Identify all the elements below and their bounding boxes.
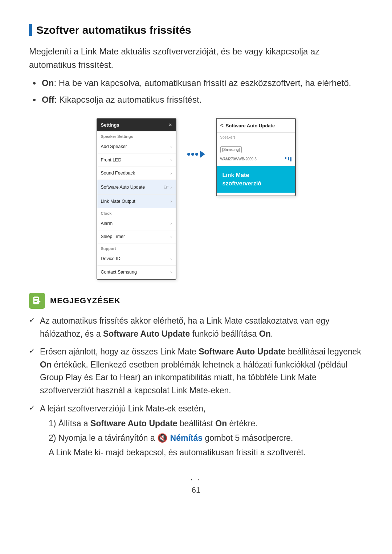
note1-bold1: Software Auto Update xyxy=(103,329,190,338)
menu-item-software-auto-update[interactable]: Software Auto Update ☞ › xyxy=(97,180,176,195)
keyword-on: On xyxy=(42,78,54,88)
footer-dots: • • xyxy=(29,477,363,483)
menu-item-sleep-timer[interactable]: Sleep Timer› xyxy=(97,230,176,244)
note2-text-before: Erősen ajánlott, hogy az összes Link Mat… xyxy=(40,347,199,356)
right-phone-screen: < Software Auto Update Speakers [Samsung… xyxy=(216,118,296,196)
page-footer: • • 61 xyxy=(29,477,363,496)
note2-text-after: értékűek. Ellenkező esetben problémák le… xyxy=(40,360,348,395)
notes-header: MEGJEGYZÉSEK xyxy=(29,293,363,309)
right-screen-title: Software Auto Update xyxy=(226,122,275,130)
menu-item-sound-feedback[interactable]: Sound Feedback› xyxy=(97,167,176,180)
chevron-icon: › xyxy=(170,156,172,164)
note2-text-mid: beállításai legyenek xyxy=(286,347,361,356)
keyword-off: Off xyxy=(42,95,54,104)
menu-item-alarm[interactable]: Alarm› xyxy=(97,217,176,230)
nemitas-link: Némítás xyxy=(170,433,203,443)
note-item-3: A lejárt szoftververziójú Link Mate-ek e… xyxy=(29,402,363,459)
sub-item-3: A Link Mate ki- majd bekapcsol, és autom… xyxy=(49,446,363,459)
bullet-list: On: Ha be van kapcsolva, automatikusan f… xyxy=(29,77,363,107)
link-mate-callout: Link Mate szoftververzió xyxy=(217,166,295,193)
bullet-on-text: : Ha be van kapcsolva, automatikusan fri… xyxy=(54,78,351,88)
clock-section-label: Clock xyxy=(97,208,176,217)
section-description: Megjeleníti a Link Mate aktuális szoftve… xyxy=(29,45,363,71)
menu-item-device-id[interactable]: Device ID› xyxy=(97,253,176,266)
chevron-icon: › xyxy=(170,268,172,276)
samsung-badge-row: [Samsung] xyxy=(217,141,295,155)
signal-bar-3 xyxy=(290,157,291,161)
chevron-icon: › xyxy=(170,255,172,263)
dot2 xyxy=(191,153,194,156)
note2-bold2: On xyxy=(40,360,52,369)
chevron-icon: › xyxy=(170,184,172,191)
transition-arrow-area xyxy=(187,118,205,158)
menu-item-contact-samsung[interactable]: Contact Samsung› xyxy=(97,266,176,279)
section-heading: Szoftver automatikus frissítés xyxy=(36,22,191,38)
chevron-icon: › xyxy=(170,170,172,177)
title-bar-decoration xyxy=(29,24,32,36)
section-title: Szoftver automatikus frissítés xyxy=(29,22,363,38)
left-screen-header: Settings × xyxy=(97,119,176,131)
hand-pointer-icon: ☞ xyxy=(164,183,169,192)
menu-item-link-mate-output[interactable]: Link Mate Output› xyxy=(97,195,176,208)
note1-bold2: On xyxy=(259,329,271,338)
close-icon[interactable]: × xyxy=(169,121,172,129)
speakers-label: Speakers xyxy=(217,133,295,141)
sub1-bold2: On xyxy=(215,419,227,428)
note-item-2: Erősen ajánlott, hogy az összes Link Mat… xyxy=(29,345,363,397)
note1-text-after: . xyxy=(271,329,273,338)
device-signal-icons xyxy=(285,157,291,161)
chevron-icon: › xyxy=(170,233,172,241)
page-number: 61 xyxy=(192,485,200,495)
back-icon[interactable]: < xyxy=(220,121,224,130)
notes-box: MEGJEGYZÉSEK Az automatikus frissítés ak… xyxy=(29,293,363,459)
dot3 xyxy=(195,153,198,156)
sub-item-1: 1) Állítsa a Software Auto Update beállí… xyxy=(49,417,363,430)
signal-bar-1 xyxy=(285,157,286,159)
left-screen-title: Settings xyxy=(101,122,119,129)
sub1-bold: Software Auto Update xyxy=(90,419,177,428)
note3-text: A lejárt szoftververziójú Link Mate-ek e… xyxy=(40,404,205,413)
device-name: WAM270WWB-2009 3 xyxy=(220,156,257,162)
note-item-1: Az automatikus frissítés akkor elérhető,… xyxy=(29,315,363,340)
notes-list: Az automatikus frissítés akkor elérhető,… xyxy=(29,315,363,459)
right-screen-header: < Software Auto Update xyxy=(217,119,295,133)
note3-sub-list: 1) Állítsa a Software Auto Update beállí… xyxy=(40,417,363,459)
notes-icon xyxy=(29,293,45,309)
screenshots-row: Settings × Speaker Settings Add Speaker›… xyxy=(29,118,363,280)
left-phone-screen: Settings × Speaker Settings Add Speaker›… xyxy=(97,118,176,280)
chevron-icon: › xyxy=(170,198,172,205)
device-row: WAM270WWB-2009 3 xyxy=(217,155,295,163)
speaker-settings-label: Speaker Settings xyxy=(97,131,176,140)
notes-svg-icon xyxy=(32,296,42,305)
chevron-icon: › xyxy=(170,220,172,227)
note1-text-mid: funkció beállítása xyxy=(190,329,259,338)
support-section-label: Support xyxy=(97,243,176,253)
menu-item-front-led[interactable]: Front LED› xyxy=(97,153,176,167)
bullet-off-text: : Kikapcsolja az automatikus frissítést. xyxy=(54,95,202,104)
dotted-arrow xyxy=(187,151,205,158)
callout-line1: Link Mate xyxy=(222,172,249,178)
notes-title: MEGJEGYZÉSEK xyxy=(50,295,121,307)
chevron-icon: › xyxy=(170,143,172,151)
bullet-off: Off: Kikapcsolja az automatikus frissíté… xyxy=(33,93,363,107)
dot1 xyxy=(187,153,190,156)
menu-item-add-speaker[interactable]: Add Speaker› xyxy=(97,140,176,154)
sub-item-2: 2) Nyomja le a távirányítón a 🔇 Némítás … xyxy=(49,432,363,445)
callout-line2: szoftververzió xyxy=(222,180,262,186)
signal-bar-2 xyxy=(288,157,289,160)
bullet-on: On: Ha be van kapcsolva, automatikusan f… xyxy=(33,77,363,90)
samsung-badge: [Samsung] xyxy=(220,146,242,153)
page-content: Szoftver automatikus frissítés Megjelení… xyxy=(29,22,363,496)
note2-bold1: Software Auto Update xyxy=(199,347,285,356)
arrow-head xyxy=(200,151,205,158)
